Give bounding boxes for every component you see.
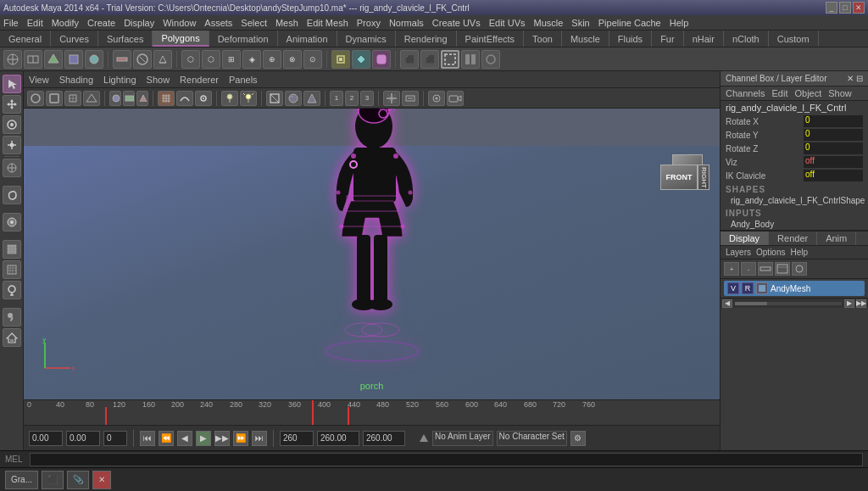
shelf-icon-20[interactable]: ⬛ (420, 50, 439, 69)
shelf-icon-16[interactable] (331, 50, 350, 69)
shelf-icon-14[interactable]: ⊗ (283, 50, 302, 69)
rp-close-icon[interactable]: ✕ (847, 74, 854, 83)
taskbar-item-attach[interactable]: 📎 (67, 471, 89, 489)
menu-pipeline-cache[interactable]: Pipeline Cache (598, 18, 661, 28)
layer-delete-btn[interactable]: - (741, 262, 756, 276)
scroll-right-btn[interactable]: ▶ (844, 299, 854, 308)
menu-proxy[interactable]: Proxy (357, 18, 381, 28)
vp-tool-5[interactable] (109, 91, 121, 106)
mel-command-input[interactable] (30, 453, 863, 466)
tab-muscle[interactable]: Muscle (562, 31, 609, 47)
tab-nhair[interactable]: nHair (684, 31, 724, 47)
vp-menu-renderer[interactable]: Renderer (180, 75, 219, 85)
transport-options[interactable]: ⚙ (570, 431, 586, 446)
cb-menu-edit[interactable]: Edit (771, 88, 787, 98)
vp-shading-flat[interactable] (303, 91, 320, 106)
transport-fwd-key[interactable]: ⏩ (233, 431, 248, 446)
vp-menu-lighting[interactable]: Lighting (103, 75, 136, 85)
tab-anim[interactable]: Anim (817, 232, 856, 245)
taskbar-item-black[interactable]: ⬛ (42, 471, 64, 489)
layer-new-btn[interactable]: + (724, 262, 739, 276)
vp-res-med[interactable]: 2 (345, 91, 359, 106)
layer-icon3[interactable] (758, 262, 773, 276)
transport-field6[interactable]: 260.00 (363, 431, 405, 446)
transport-goto-end[interactable]: ⏭ (252, 431, 267, 446)
menu-skin[interactable]: Skin (571, 18, 589, 28)
scale-tool-btn[interactable] (3, 136, 21, 154)
shelf-icon-21[interactable] (441, 50, 459, 69)
rp-options-icon[interactable]: ⊟ (856, 74, 863, 83)
vp-camera[interactable] (447, 91, 464, 106)
subtab-layers[interactable]: Layers (726, 248, 751, 257)
light-btn[interactable] (3, 281, 21, 299)
vp-light-all[interactable] (240, 91, 257, 106)
transport-goto-start[interactable]: ⏮ (140, 431, 155, 446)
maximize-button[interactable]: □ (839, 2, 851, 14)
shelf-icon-19[interactable]: ⬛ (400, 50, 419, 69)
vp-tool-4[interactable] (83, 91, 100, 106)
menu-create[interactable]: Create (87, 18, 115, 28)
lasso-select-btn[interactable] (3, 186, 21, 204)
vp-tool-snap-point[interactable] (195, 91, 212, 106)
vp-res-low[interactable]: 1 (330, 91, 343, 106)
tab-surfaces[interactable]: Surfaces (98, 31, 153, 47)
menu-normals[interactable]: Normals (389, 18, 424, 28)
menu-assets[interactable]: Assets (204, 18, 232, 28)
transport-anim-layer[interactable]: No Anim Layer (432, 431, 493, 446)
vp-tool-3[interactable] (64, 91, 81, 106)
transport-play[interactable]: ▶ (196, 431, 211, 446)
vp-menu-view[interactable]: View (29, 75, 49, 85)
soft-select-btn[interactable] (3, 213, 21, 232)
tab-toon[interactable]: Toon (524, 31, 562, 47)
vp-shading-wireframe[interactable] (266, 91, 283, 106)
tab-general[interactable]: General (0, 31, 51, 47)
val-rotate-y[interactable]: 0 (804, 129, 863, 141)
input-item[interactable]: Andy_Body (721, 219, 868, 230)
subtab-options[interactable]: Options (756, 248, 785, 257)
vp-shading-smooth[interactable] (285, 91, 302, 106)
transport-character-set[interactable]: No Character Set (497, 431, 567, 446)
navigation-cube[interactable]: FRONT RIGHT (660, 154, 711, 201)
minimize-button[interactable]: _ (826, 2, 837, 14)
menu-muscle[interactable]: Muscle (534, 18, 564, 28)
select-tool-btn[interactable] (3, 75, 21, 93)
cb-menu-channels[interactable]: Channels (726, 88, 765, 98)
tab-painteffects[interactable]: PaintEffects (457, 31, 525, 47)
transport-back-key[interactable]: ⏪ (159, 431, 174, 446)
transport-field5[interactable]: 260.00 (317, 431, 359, 446)
vp-tool-2[interactable] (46, 91, 63, 106)
tab-animation[interactable]: Animation (278, 31, 337, 47)
shelf-icon-11[interactable]: ⊞ (222, 50, 241, 69)
cb-menu-show[interactable]: Show (828, 88, 852, 98)
move-tool-btn[interactable] (3, 95, 21, 114)
timeline[interactable]: 0 40 80 120 160 200 240 280 320 360 400 … (24, 399, 720, 425)
vp-menu-show[interactable]: Show (147, 75, 170, 85)
menu-create-uvs[interactable]: Create UVs (432, 18, 481, 28)
tab-display[interactable]: Display (721, 232, 769, 245)
taskbar-close[interactable]: ✕ (92, 471, 111, 489)
vp-tool-6[interactable] (123, 91, 135, 106)
layer-andy-mesh[interactable]: V R AndyMesh (724, 281, 865, 296)
shape-item[interactable]: rig_andy_clavicle_l_FK_CntrlShape (721, 195, 868, 206)
transport-field4[interactable]: 260 (280, 431, 314, 446)
viewport[interactable]: FRONT RIGHT (24, 109, 720, 399)
val-ik-clavicle[interactable]: off (804, 170, 863, 181)
vp-isolate[interactable] (428, 91, 445, 106)
vp-menu-panels[interactable]: Panels (229, 75, 258, 85)
vp-tool-7[interactable] (136, 91, 148, 106)
close-button[interactable]: ✕ (853, 2, 865, 14)
vp-menu-shading[interactable]: Shading (59, 75, 93, 85)
menu-display[interactable]: Display (124, 18, 154, 28)
shelf-icon-3[interactable] (44, 50, 63, 69)
shelf-icon-17[interactable] (352, 50, 370, 69)
shelf-icon-12[interactable]: ◈ (242, 50, 261, 69)
layer-btn[interactable] (3, 240, 21, 259)
layer-r-btn[interactable]: R (742, 282, 754, 294)
val-viz[interactable]: off (804, 156, 863, 168)
shelf-icon-9[interactable]: ⬡ (181, 50, 200, 69)
shelf-icon-2[interactable] (24, 50, 42, 69)
layer-icon4[interactable] (775, 262, 790, 276)
vp-tool-snap-curve[interactable] (176, 91, 193, 106)
menu-modify[interactable]: Modify (52, 18, 79, 28)
cb-menu-object[interactable]: Object (794, 88, 821, 98)
